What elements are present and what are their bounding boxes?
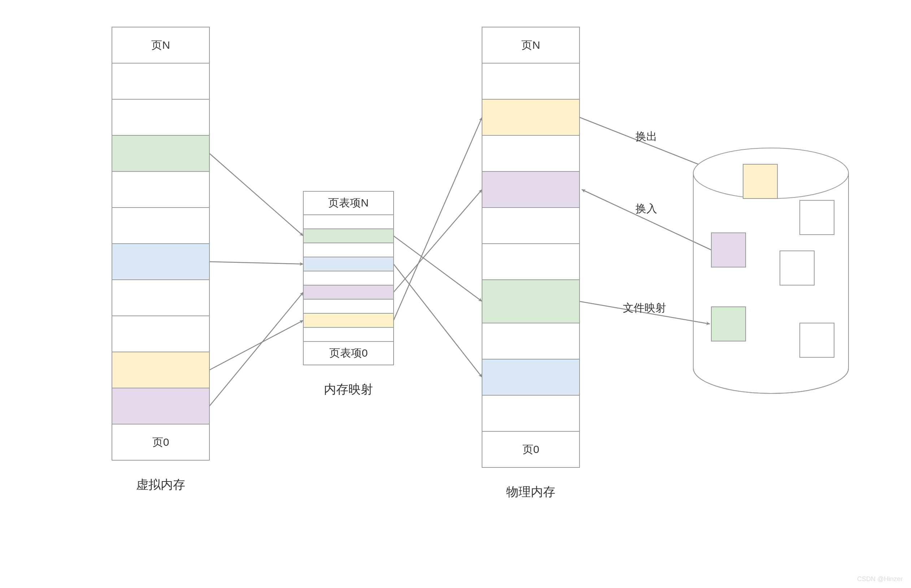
physical-cell — [482, 171, 579, 208]
physical-cell — [482, 136, 579, 171]
edge-label: 换出 — [636, 130, 657, 142]
pageTable-cell — [303, 229, 393, 243]
pageTable-cell — [303, 299, 393, 313]
virtual-cell — [112, 388, 209, 424]
physical-cell — [482, 63, 579, 99]
virtual-cell — [112, 244, 209, 280]
pt-to-phys-arrow — [393, 117, 482, 320]
vp-to-pt-arrow — [209, 292, 303, 406]
virtual-cell — [112, 136, 209, 171]
physical-cell — [482, 359, 579, 395]
physical-cell-label: 页N — [521, 39, 540, 51]
pt-to-phys-arrow — [393, 236, 482, 302]
physical-cell-label: 页0 — [523, 443, 539, 455]
virtual-cell — [112, 208, 209, 244]
arrows-layer: 换出换入文件映射 — [209, 117, 742, 406]
disk-block — [800, 323, 834, 357]
virtual-cell — [112, 352, 209, 388]
pt-to-phys-arrow — [393, 264, 482, 378]
virtual-cell — [112, 63, 209, 99]
disk-block — [780, 251, 814, 285]
physical-cell — [482, 208, 579, 244]
columns-layer: 页N页0页表项N页表项0页N页0 — [112, 27, 579, 467]
virtual-cell — [112, 280, 209, 316]
physical-cell — [482, 99, 579, 136]
pageTable-cell — [303, 313, 393, 327]
pageTable-cell — [303, 327, 393, 341]
edge-label: 换入 — [636, 202, 657, 215]
physical-cell — [482, 395, 579, 431]
disk-block — [711, 233, 746, 267]
pageTable-cell — [303, 215, 393, 229]
disk-block — [800, 200, 834, 234]
virtual-caption: 虚拟内存 — [136, 478, 185, 491]
watermark: CSDN @Hinzer — [857, 575, 903, 583]
pageTable-cell — [303, 243, 393, 257]
edge-label: 文件映射 — [623, 302, 666, 314]
disk-layer — [693, 148, 848, 393]
physical-column: 页N页0 — [482, 27, 579, 467]
virtual-cell — [112, 99, 209, 136]
pageTable-column: 页表项N页表项0 — [303, 191, 393, 365]
physical-cell — [482, 323, 579, 359]
vp-to-pt-arrow — [209, 153, 303, 236]
virtual-cell — [112, 316, 209, 352]
physical-caption: 物理内存 — [506, 485, 555, 499]
disk-block — [743, 164, 777, 199]
vp-to-pt-arrow — [209, 320, 303, 370]
physical-cell — [482, 244, 579, 280]
pt-to-phys-arrow — [393, 189, 482, 292]
virtual-cell-label: 页0 — [152, 436, 169, 448]
pageTable-cell-label: 页表项N — [328, 197, 369, 208]
virtual-cell — [112, 171, 209, 208]
virtual-cell-label: 页N — [151, 39, 170, 51]
disk-cylinder — [693, 148, 848, 393]
pageTable-cell — [303, 285, 393, 299]
disk-block — [711, 307, 746, 341]
pageTable-caption: 内存映射 — [324, 382, 373, 396]
virtual-column: 页N页0 — [112, 27, 209, 460]
vp-to-pt-arrow — [209, 262, 303, 264]
physical-cell — [482, 280, 579, 323]
pageTable-cell — [303, 257, 393, 271]
pageTable-cell-label: 页表项0 — [329, 347, 368, 359]
swap-in-arrow — [582, 189, 711, 250]
pageTable-cell — [303, 271, 393, 285]
